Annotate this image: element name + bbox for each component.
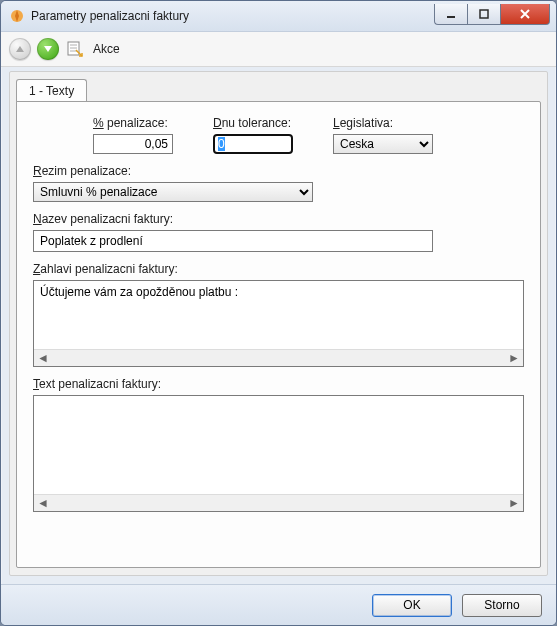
legislation-select[interactable]: Ceska — [333, 134, 433, 154]
svg-rect-1 — [447, 16, 455, 18]
top-field-row: % penalizace: Dnu tolerance: Legislativa… — [33, 116, 524, 154]
nav-down-button[interactable] — [37, 38, 59, 60]
invoice-header-textarea[interactable]: Účtujeme vám za opožděnou platbu : — [34, 281, 523, 349]
toolbar: Akce — [1, 32, 556, 67]
pct-penalty-input[interactable] — [93, 134, 173, 154]
invoice-name-label: Nazev penalizacni faktury: — [33, 212, 524, 226]
action-label[interactable]: Akce — [93, 42, 120, 56]
close-button[interactable] — [500, 4, 550, 25]
legislation-label: Legislativa: — [333, 116, 433, 130]
invoice-header-box: Účtujeme vám za opožděnou platbu : ◄ ► — [33, 280, 524, 367]
dialog-footer: OK Storno — [1, 584, 556, 625]
days-tolerance-input[interactable] — [213, 134, 293, 154]
invoice-text-textarea[interactable] — [34, 396, 523, 494]
ok-button[interactable]: OK — [372, 594, 452, 617]
invoice-name-input[interactable] — [33, 230, 433, 252]
invoice-header-label: Zahlavi penalizacni faktury: — [33, 262, 524, 276]
tab-label: 1 - Texty — [29, 84, 74, 98]
window-buttons — [434, 4, 550, 25]
cancel-button[interactable]: Storno — [462, 594, 542, 617]
scroll-left-icon: ◄ — [36, 351, 50, 365]
invoice-text-box: ◄ ► — [33, 395, 524, 512]
scroll-right-icon: ► — [507, 496, 521, 510]
action-icon[interactable] — [65, 39, 85, 59]
invoice-text-label: Text penalizacni faktury: — [33, 377, 524, 391]
maximize-button[interactable] — [467, 4, 500, 25]
window-title: Parametry penalizacni faktury — [31, 9, 189, 23]
svg-rect-2 — [480, 10, 488, 18]
invoice-text-hscroll[interactable]: ◄ ► — [34, 494, 523, 511]
titlebar[interactable]: Parametry penalizacni faktury — [1, 1, 556, 32]
nav-up-button[interactable] — [9, 38, 31, 60]
scroll-left-icon: ◄ — [36, 496, 50, 510]
penalty-mode-label: Rezim penalizace: — [33, 164, 524, 178]
tab-strip: 1 - Texty — [10, 76, 547, 102]
pct-penalty-label: % penalizace: — [93, 116, 173, 130]
days-tolerance-label: Dnu tolerance: — [213, 116, 293, 130]
invoice-header-hscroll[interactable]: ◄ ► — [34, 349, 523, 366]
app-icon — [9, 8, 25, 24]
penalty-mode-select[interactable]: Smluvni % penalizace — [33, 182, 313, 202]
client-area: 1 - Texty % penalizace: Dnu tolerance: L… — [9, 71, 548, 576]
minimize-button[interactable] — [434, 4, 467, 25]
dialog-window: Parametry penalizacni faktury — [0, 0, 557, 626]
scroll-right-icon: ► — [507, 351, 521, 365]
tab-page: % penalizace: Dnu tolerance: Legislativa… — [16, 101, 541, 568]
tab-texty[interactable]: 1 - Texty — [16, 79, 87, 102]
